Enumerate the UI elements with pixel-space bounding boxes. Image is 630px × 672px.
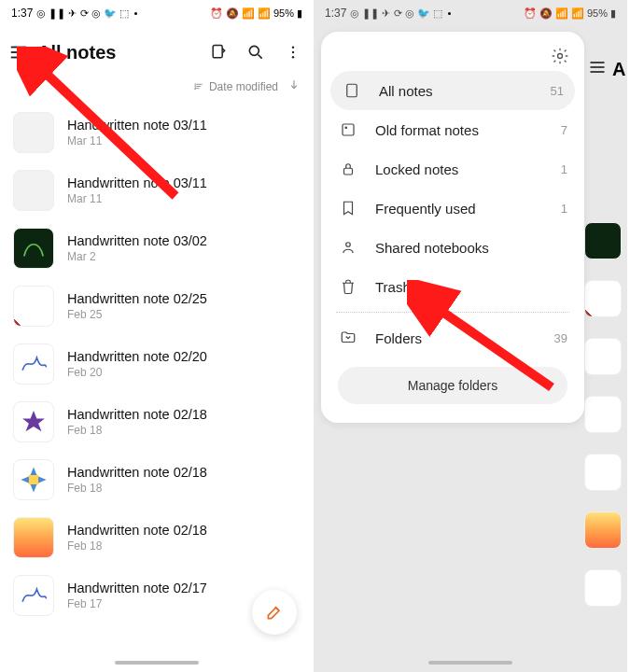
svg-line-5 [259, 55, 262, 59]
note-item[interactable]: Handwritten note 03/02Mar 2 [0, 219, 314, 277]
drawer-item-icon [342, 82, 362, 99]
more-icon[interactable] [282, 41, 304, 63]
drawer-item-label: Shared notebooks [375, 240, 567, 256]
note-thumb [13, 459, 54, 500]
drawer-item-shared-notebooks[interactable]: Shared notebooks [321, 228, 584, 267]
note-thumb [13, 112, 54, 153]
note-title: Handwritten note 02/25 [67, 291, 207, 306]
note-thumb [13, 228, 54, 269]
note-item[interactable]: Handwritten note 02/20Feb 20 [0, 335, 314, 393]
pdf-import-icon[interactable] [207, 41, 230, 63]
thumb-sliver [584, 396, 622, 433]
navigation-drawer: All notes51Old format notes7Locked notes… [321, 32, 584, 423]
page-title: All notes [37, 42, 207, 63]
folder-icon [338, 329, 358, 346]
drawer-item-count: 7 [561, 123, 567, 137]
note-thumb [13, 575, 54, 616]
note-title: Handwritten note 02/18 [67, 465, 207, 480]
drawer-item-icon [338, 278, 358, 295]
note-thumb [13, 401, 54, 442]
status-icons-right: ⏰ 🔕 📶 📶 95% ▮ [210, 7, 302, 20]
status-icons-left: ◎ ❚❚ ✈ ⟳ ◎ 🐦 ⬚ [36, 7, 128, 20]
note-title: Handwritten note 03/02 [67, 233, 207, 248]
drawer-item-old-format-notes[interactable]: Old format notes7 [321, 110, 584, 149]
sort-direction-icon[interactable] [287, 78, 301, 94]
note-title: Handwritten note 03/11 [67, 118, 207, 133]
settings-icon[interactable] [549, 45, 571, 67]
title-sliver: A [612, 59, 625, 80]
svg-point-8 [292, 56, 294, 58]
note-date: Mar 11 [67, 134, 207, 147]
svg-point-6 [292, 47, 294, 49]
thumb-sliver [584, 569, 622, 607]
thumb-sliver [584, 511, 622, 549]
note-date: Mar 2 [67, 250, 207, 263]
drawer-item-label: Trash [375, 279, 567, 295]
sort-button[interactable]: Date modified [193, 80, 278, 93]
screenshot-right: 1:37 ◎ ❚❚ ✈ ⟳ ◎ 🐦 ⬚ ⏰ 🔕 📶 📶 95% ▮ A [314, 0, 627, 672]
status-icons-left: ◎ ❚❚ ✈ ⟳ ◎ 🐦 ⬚ [350, 7, 441, 20]
nav-handle [428, 661, 512, 665]
svg-point-23 [346, 243, 351, 247]
drawer-item-label: Old format notes [375, 122, 561, 138]
note-item[interactable]: Handwritten note 02/18Feb 18 [0, 509, 314, 567]
sort-label-text: Date modified [209, 80, 278, 93]
note-title: Handwritten note 02/20 [67, 349, 207, 364]
search-icon[interactable] [245, 41, 267, 63]
svg-rect-3 [213, 46, 222, 58]
drawer-item-icon [338, 161, 358, 177]
svg-rect-22 [344, 168, 353, 175]
drawer-item-frequently-used[interactable]: Frequently used1 [321, 189, 584, 228]
drawer-item-count: 1 [561, 162, 567, 176]
note-date: Feb 20 [67, 366, 207, 379]
drawer-folders-label: Folders [375, 330, 554, 346]
status-dot [134, 12, 137, 15]
thumb-sliver [584, 222, 622, 259]
drawer-item-locked-notes[interactable]: Locked notes1 [321, 149, 584, 189]
notes-list: Handwritten note 03/11Mar 11Handwritten … [0, 104, 314, 672]
note-date: Feb 18 [67, 482, 207, 495]
svg-point-7 [292, 51, 294, 53]
note-title: Handwritten note 03/11 [67, 175, 207, 190]
status-bar: 1:37 ◎ ❚❚ ✈ ⟳ ◎ 🐦 ⬚ ⏰ 🔕 📶 📶 95% ▮ [314, 0, 627, 26]
note-item[interactable]: Handwritten note 02/18Feb 18 [0, 451, 314, 509]
svg-point-21 [345, 127, 347, 129]
svg-rect-20 [343, 124, 354, 135]
drawer-item-label: All notes [379, 83, 551, 99]
note-date: Feb 17 [67, 597, 207, 610]
svg-rect-19 [347, 84, 357, 97]
svg-point-13 [27, 473, 40, 486]
thumb-sliver [584, 280, 622, 317]
note-date: Feb 18 [67, 424, 207, 437]
note-date: Feb 25 [67, 308, 207, 321]
note-item[interactable]: Handwritten note 03/11Mar 11 [0, 161, 314, 219]
drawer-divider [336, 312, 569, 313]
drawer-item-trash[interactable]: Trash [321, 267, 584, 306]
drawer-item-all-notes[interactable]: All notes51 [330, 71, 575, 110]
drawer-item-count: 51 [551, 84, 564, 98]
screenshot-left: 1:37 ◎ ❚❚ ✈ ⟳ ◎ 🐦 ⬚ ⏰ 🔕 📶 📶 95% ▮ All no… [0, 0, 314, 672]
status-time: 1:37 [325, 7, 346, 20]
svg-point-18 [558, 54, 563, 59]
compose-fab[interactable] [252, 590, 297, 635]
status-bar: 1:37 ◎ ❚❚ ✈ ⟳ ◎ 🐦 ⬚ ⏰ 🔕 📶 📶 95% ▮ [0, 0, 314, 26]
note-thumb [13, 517, 54, 558]
nav-handle [115, 661, 199, 665]
note-thumb [13, 343, 54, 385]
sort-row: Date modified [0, 75, 314, 104]
drawer-item-label: Frequently used [375, 201, 561, 217]
note-title: Handwritten note 02/18 [67, 523, 207, 538]
note-item[interactable]: Handwritten note 03/11Mar 11 [0, 104, 314, 161]
drawer-folders-count: 39 [554, 331, 567, 345]
note-item[interactable]: Handwritten note 02/18Feb 18 [0, 393, 314, 451]
note-item[interactable]: Handwritten note 02/25Feb 25 [0, 277, 314, 335]
drawer-item-label: Locked notes [375, 161, 561, 177]
hamburger-icon[interactable] [7, 41, 30, 63]
manage-folders-button[interactable]: Manage folders [338, 367, 567, 404]
drawer-item-icon [338, 200, 358, 217]
hamburger-icon[interactable] [588, 58, 607, 81]
status-dot [448, 12, 451, 15]
thumb-sliver [584, 454, 622, 491]
manage-folders-label: Manage folders [408, 378, 498, 393]
drawer-item-folders[interactable]: Folders 39 [321, 318, 584, 357]
